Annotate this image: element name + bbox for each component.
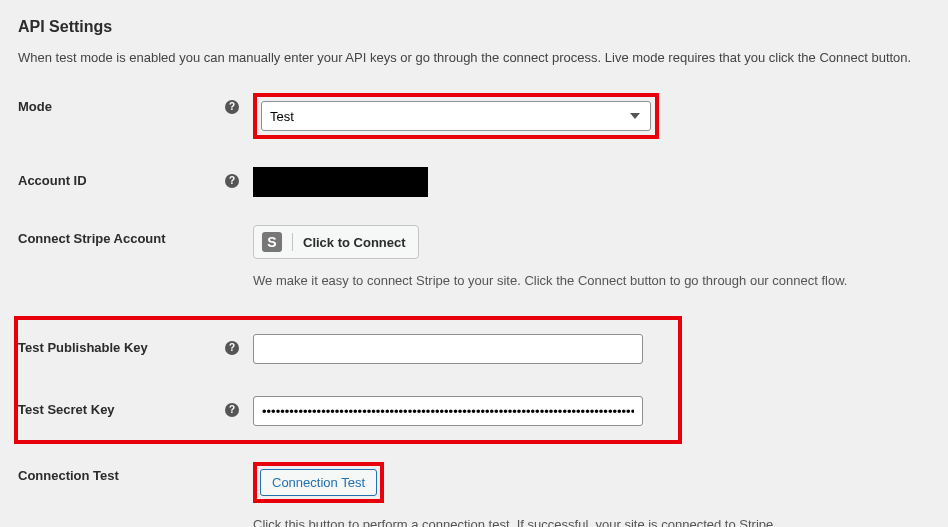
help-icon[interactable]: ? <box>225 341 239 355</box>
mode-select[interactable]: Test <box>261 101 651 131</box>
account-id-label: Account ID <box>18 173 225 188</box>
connect-stripe-button-label: Click to Connect <box>303 235 406 250</box>
highlight-box: Connection Test <box>253 462 384 503</box>
highlight-box: Test Publishable Key ? Test Secret Key ? <box>14 316 682 444</box>
highlight-box: Test <box>253 93 659 139</box>
publishable-key-label: Test Publishable Key <box>18 340 225 355</box>
help-icon[interactable]: ? <box>225 174 239 188</box>
secret-key-input[interactable] <box>253 396 643 426</box>
field-account-id: Account ID ? <box>18 167 930 197</box>
field-secret-key: Test Secret Key ? <box>18 396 674 426</box>
section-description: When test mode is enabled you can manual… <box>18 50 930 65</box>
field-connection-test: Connection Test Connection Test Click th… <box>18 462 930 527</box>
secret-key-label: Test Secret Key <box>18 402 225 417</box>
connection-test-label: Connection Test <box>18 468 253 483</box>
help-icon[interactable]: ? <box>225 403 239 417</box>
connection-test-button[interactable]: Connection Test <box>260 469 377 496</box>
divider <box>292 233 293 251</box>
stripe-logo-icon: S <box>262 232 282 252</box>
connect-stripe-label: Connect Stripe Account <box>18 231 253 246</box>
field-publishable-key: Test Publishable Key ? <box>18 334 674 364</box>
connection-test-helper: Click this button to perform a connectio… <box>253 517 930 527</box>
section-title: API Settings <box>18 18 930 36</box>
field-connect-stripe: Connect Stripe Account S Click to Connec… <box>18 225 930 288</box>
publishable-key-input[interactable] <box>253 334 643 364</box>
field-mode: Mode ? Test <box>18 93 930 139</box>
help-icon[interactable]: ? <box>225 100 239 114</box>
connect-stripe-button[interactable]: S Click to Connect <box>253 225 419 259</box>
mode-label: Mode <box>18 99 225 114</box>
account-id-value-redacted <box>253 167 428 197</box>
connect-stripe-helper: We make it easy to connect Stripe to you… <box>253 273 930 288</box>
